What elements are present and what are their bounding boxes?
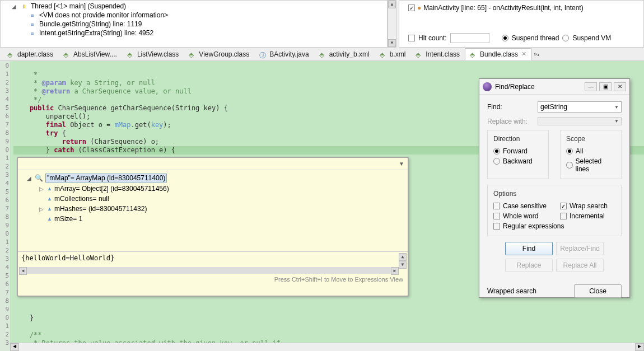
find-status: Wrapped search bbox=[487, 287, 536, 295]
tab-viewgroup[interactable]: ⬘ViewGroup.class bbox=[184, 48, 254, 60]
stack-frame-icon: ≡ bbox=[29, 30, 36, 36]
replace-label: Replace with: bbox=[487, 118, 538, 125]
detail-scrollbar[interactable]: ▲▼ bbox=[399, 253, 407, 266]
regex-checkbox[interactable] bbox=[493, 223, 500, 230]
tab-intent[interactable]: ⬘Intent.class bbox=[410, 48, 465, 60]
dialog-title: Find/Replace bbox=[495, 83, 535, 91]
wrap-checkbox[interactable] bbox=[560, 203, 567, 209]
whole-word-checkbox[interactable] bbox=[493, 213, 500, 219]
find-replace-dialog: Find/Replace — ▣ ✕ Find: getString▼ Repl… bbox=[479, 78, 630, 298]
stack-frame-icon: ≡ bbox=[29, 12, 36, 18]
hitcount-label: Hit count: bbox=[418, 34, 447, 42]
stack-frame[interactable]: ≡ Intent.getStringExtra(String) line: 49… bbox=[1, 29, 387, 38]
tab-bundle[interactable]: ⬘Bundle.class✕ bbox=[465, 48, 531, 60]
inspect-detail: {helloWorld=HelloWorld} ▲▼ ◀▶ bbox=[18, 251, 408, 274]
field-icon: ▲ bbox=[47, 186, 52, 191]
tabs-overflow[interactable]: »₁ bbox=[534, 50, 539, 58]
chevron-down-icon: ▼ bbox=[614, 105, 619, 110]
thread-row[interactable]: ◢ ⏸ Thread [<1> main] (Suspended) bbox=[1, 2, 387, 11]
options-heading: Options bbox=[493, 190, 615, 198]
all-radio[interactable] bbox=[566, 148, 573, 155]
close-icon[interactable]: ✕ bbox=[521, 50, 526, 58]
expand-icon[interactable]: ▷ bbox=[39, 206, 45, 212]
stack-frame[interactable]: ≡ Bundle.getString(String) line: 1119 bbox=[1, 20, 387, 29]
find-input[interactable]: getString▼ bbox=[538, 101, 622, 113]
java-file-icon: Ⓙ bbox=[259, 51, 267, 58]
find-label: Find: bbox=[487, 103, 538, 111]
suspend-vm-radio[interactable] bbox=[562, 35, 569, 41]
case-checkbox[interactable] bbox=[493, 203, 500, 209]
suspend-thread-radio[interactable] bbox=[502, 35, 508, 41]
class-file-icon: ⬘ bbox=[189, 51, 197, 58]
line-gutter: 0123456789012345678901234567890123 bbox=[0, 61, 10, 351]
hitcount-input[interactable] bbox=[450, 33, 489, 43]
chevron-down-icon[interactable]: ▼ bbox=[399, 161, 404, 167]
find-button[interactable]: Find bbox=[505, 242, 553, 255]
backward-radio[interactable] bbox=[493, 158, 500, 165]
replace-all-button: Replace All bbox=[556, 259, 604, 272]
replace-find-button: Replace/Find bbox=[556, 242, 604, 255]
scroll-right-icon[interactable]: ▶ bbox=[635, 343, 644, 351]
breakpoint-item[interactable]: ● MainActivity [line: 65] - onActivityRe… bbox=[402, 3, 641, 13]
chevron-down-icon: ▼ bbox=[614, 119, 619, 124]
direction-heading: Direction bbox=[493, 135, 543, 143]
class-file-icon: ⬘ bbox=[7, 51, 15, 58]
tab-activity-b-xml[interactable]: ⬘activity_b.xml bbox=[314, 48, 375, 60]
field-icon: ▲ bbox=[47, 196, 52, 202]
class-file-icon: ⬘ bbox=[470, 51, 478, 58]
xml-file-icon: ⬘ bbox=[380, 51, 388, 58]
scroll-left-icon[interactable]: ◀ bbox=[10, 343, 19, 351]
class-file-icon: ⬘ bbox=[416, 51, 423, 58]
tab-abslistview[interactable]: ⬘AbsListView.... bbox=[58, 48, 122, 60]
inspect-hint: Press Ctrl+Shift+I to Move to Expression… bbox=[18, 274, 408, 285]
debug-stack-panel: ◢ ⏸ Thread [<1> main] (Suspended) ≡ <VM … bbox=[0, 0, 388, 48]
scroll-up-icon[interactable]: ▲ bbox=[388, 1, 396, 8]
stack-frame[interactable]: ≡ <VM does not provide monitor informati… bbox=[1, 11, 387, 20]
class-file-icon: ⬘ bbox=[127, 51, 135, 58]
maximize-button[interactable]: ▣ bbox=[599, 82, 612, 91]
editor-tabs: ⬘dapter.class ⬘AbsListView.... ⬘ListView… bbox=[0, 48, 644, 61]
breakpoint-icon: ● bbox=[417, 4, 421, 12]
replace-input: ▼ bbox=[538, 117, 622, 125]
replace-button: Replace bbox=[505, 259, 553, 272]
eclipse-icon bbox=[483, 82, 492, 91]
inspect-popup: ▼ ◢ 🔍 "mMap"= ArrayMap (id=830045711400)… bbox=[17, 157, 409, 297]
thread-label: Thread [<1> main] (Suspended) bbox=[31, 2, 126, 10]
debug-scrollbar[interactable]: ▲ ▼ bbox=[388, 0, 396, 48]
breakpoint-checkbox[interactable] bbox=[408, 4, 415, 11]
search-icon: 🔍 bbox=[35, 174, 43, 182]
scope-heading: Scope bbox=[566, 135, 615, 143]
inspect-root[interactable]: "mMap"= ArrayMap (id=830045711400) bbox=[45, 174, 167, 182]
stack-frame-icon: ≡ bbox=[29, 21, 36, 27]
expand-icon[interactable]: ▷ bbox=[39, 186, 45, 192]
tab-listview[interactable]: ⬘ListView.class bbox=[122, 48, 184, 60]
inspect-tree[interactable]: ◢ 🔍 "mMap"= ArrayMap (id=830045711400) ▷… bbox=[18, 170, 408, 251]
tab-bactivity[interactable]: ⒿBActivity.java bbox=[254, 48, 314, 60]
tab-b-xml[interactable]: ⬘b.xml bbox=[375, 48, 411, 60]
field-icon: ▲ bbox=[47, 206, 52, 212]
field-icon: ▲ bbox=[47, 216, 52, 222]
selected-lines-radio[interactable] bbox=[566, 162, 573, 169]
breakpoint-panel: ● MainActivity [line: 65] - onActivityRe… bbox=[399, 0, 644, 48]
hitcount-checkbox[interactable] bbox=[408, 35, 415, 41]
class-file-icon: ⬘ bbox=[63, 51, 71, 58]
thread-icon: ⏸ bbox=[20, 3, 28, 10]
expand-icon[interactable]: ◢ bbox=[12, 3, 17, 10]
incremental-checkbox[interactable] bbox=[560, 213, 567, 219]
xml-file-icon: ⬘ bbox=[319, 51, 327, 58]
close-button[interactable]: ✕ bbox=[614, 82, 626, 91]
scroll-down-icon[interactable]: ▼ bbox=[388, 39, 396, 47]
close-button[interactable]: Close bbox=[574, 284, 622, 298]
expand-icon[interactable]: ◢ bbox=[27, 175, 32, 181]
tab-dapter[interactable]: ⬘dapter.class bbox=[2, 48, 58, 60]
horizontal-scrollbar[interactable]: ◀ ▶ bbox=[10, 343, 644, 351]
minimize-button[interactable]: — bbox=[585, 82, 597, 91]
forward-radio[interactable] bbox=[493, 148, 500, 155]
